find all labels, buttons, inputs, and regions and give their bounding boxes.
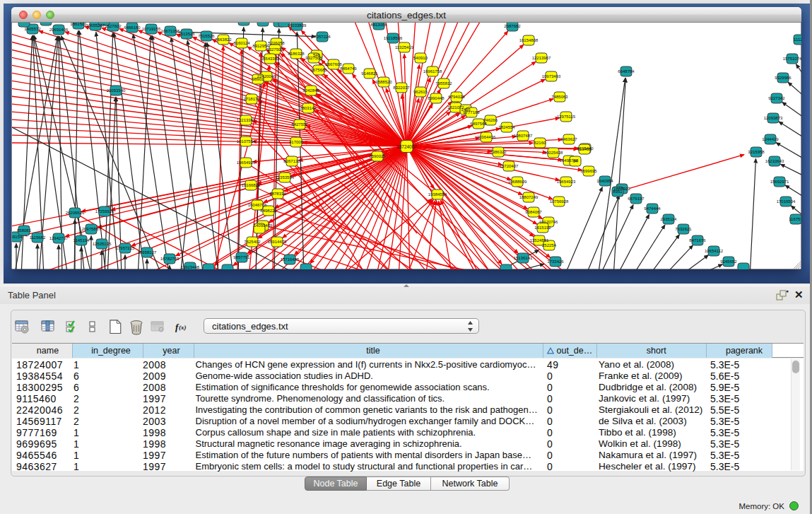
svg-text:858081: 858081	[17, 228, 32, 233]
svg-text:6466160: 6466160	[124, 25, 141, 30]
svg-text:12213967: 12213967	[532, 56, 551, 60]
svg-text:9245652: 9245652	[720, 259, 737, 264]
svg-text:9242848: 9242848	[302, 88, 319, 93]
svg-text:13524851: 13524851	[530, 238, 549, 243]
svg-text:1588520: 1588520	[375, 80, 392, 84]
svg-text:10655267: 10655267	[86, 23, 105, 28]
svg-text:9227342: 9227342	[768, 96, 785, 100]
svg-text:(x): (x)	[179, 324, 187, 331]
svg-text:16782759: 16782759	[160, 257, 180, 261]
svg-text:9329966: 9329966	[775, 76, 792, 80]
svg-text:8878334: 8878334	[269, 192, 286, 196]
svg-text:10654112: 10654112	[705, 249, 724, 253]
svg-text:18724007: 18724007	[396, 144, 417, 149]
svg-text:8322037: 8322037	[393, 86, 410, 90]
svg-text:5226058: 5226058	[268, 41, 285, 45]
svg-text:113400: 113400	[577, 147, 592, 151]
svg-text:15751074: 15751074	[783, 57, 801, 61]
svg-text:89154: 89154	[12, 235, 23, 239]
svg-text:8951: 8951	[613, 189, 623, 194]
svg-text:9327508: 9327508	[305, 56, 322, 60]
svg-text:9084067: 9084067	[525, 210, 542, 214]
svg-text:16961758: 16961758	[423, 69, 442, 74]
svg-text:3215958: 3215958	[748, 150, 765, 154]
svg-text:98901: 98901	[252, 77, 264, 81]
svg-text:11120: 11120	[794, 37, 801, 42]
svg-text:10688609: 10688609	[508, 180, 527, 184]
svg-text:962615: 962615	[413, 90, 428, 94]
svg-text:1527602: 1527602	[105, 24, 122, 28]
svg-text:2087682: 2087682	[504, 24, 521, 28]
svg-text:7513526: 7513526	[178, 32, 195, 36]
svg-text:10107554: 10107554	[237, 139, 256, 144]
svg-text:6794028: 6794028	[448, 95, 465, 99]
svg-text:540910: 540910	[413, 56, 428, 60]
svg-text:16671355: 16671355	[161, 29, 180, 33]
svg-text:9777169: 9777169	[463, 110, 480, 115]
svg-text:8471676: 8471676	[689, 238, 706, 243]
svg-text:1244419: 1244419	[762, 137, 779, 141]
svg-text:11325419: 11325419	[395, 45, 414, 49]
svg-text:20053340: 20053340	[107, 88, 126, 93]
svg-text:8267130: 8267130	[283, 159, 300, 163]
svg-text:8990448: 8990448	[428, 96, 445, 100]
svg-text:17016504: 17016504	[777, 199, 796, 204]
svg-text:6648784: 6648784	[618, 69, 635, 74]
svg-text:18807249: 18807249	[519, 195, 539, 199]
svg-text:15720407: 15720407	[500, 164, 519, 168]
svg-text:10719155: 10719155	[142, 27, 161, 31]
svg-text:1615192: 1615192	[534, 226, 551, 230]
svg-text:9327505: 9327505	[266, 47, 283, 52]
svg-text:10973493: 10973493	[542, 74, 561, 78]
svg-text:15692971: 15692971	[770, 180, 789, 184]
svg-text:7386322: 7386322	[490, 150, 507, 154]
svg-text:62160: 62160	[534, 141, 546, 145]
svg-text:7515526: 7515526	[198, 34, 215, 38]
svg-text:1640954: 1640954	[596, 179, 613, 183]
svg-text:10807487: 10807487	[514, 134, 533, 138]
svg-text:3675685: 3675685	[310, 68, 327, 72]
svg-text:12975115: 12975115	[557, 115, 576, 119]
svg-text:20364436: 20364436	[477, 135, 496, 139]
svg-text:19218506: 19218506	[384, 36, 403, 40]
svg-text:6679197: 6679197	[628, 197, 645, 201]
svg-text:2590025: 2590025	[369, 154, 386, 158]
svg-text:7485063: 7485063	[551, 95, 568, 99]
svg-text:15136141: 15136141	[514, 256, 533, 260]
svg-text:9857791: 9857791	[233, 255, 250, 259]
svg-text:8186328: 8186328	[288, 52, 305, 56]
svg-text:12093873: 12093873	[764, 116, 783, 120]
svg-text:26206526: 26206526	[66, 211, 85, 215]
svg-text:10958107: 10958107	[138, 250, 157, 255]
svg-text:16046766: 16046766	[248, 203, 267, 207]
svg-text:417006: 417006	[289, 140, 304, 144]
svg-text:10756928: 10756928	[550, 199, 569, 204]
svg-text:8498222: 8498222	[260, 209, 277, 213]
svg-text:11923448: 11923448	[181, 265, 200, 269]
svg-text:1405572: 1405572	[24, 27, 41, 31]
svg-text:19654923: 19654923	[557, 180, 576, 184]
svg-text:8160124: 8160124	[233, 41, 250, 45]
svg-text:7955812: 7955812	[435, 81, 452, 86]
svg-text:1861501: 1861501	[70, 23, 87, 26]
svg-text:116753: 116753	[789, 217, 801, 221]
svg-text:2718176: 2718176	[243, 97, 260, 101]
svg-text:17359926: 17359926	[95, 209, 114, 214]
svg-text:7632621: 7632621	[675, 227, 692, 231]
svg-text:17957225: 17957225	[116, 246, 135, 250]
svg-text:16154808: 16154808	[519, 38, 539, 42]
svg-text:19654925: 19654925	[237, 160, 256, 165]
svg-text:1145194: 1145194	[73, 238, 90, 243]
svg-text:10025438: 10025438	[544, 151, 563, 155]
svg-text:7625402: 7625402	[244, 240, 261, 244]
svg-text:6497568: 6497568	[470, 122, 487, 126]
svg-text:16033809: 16033809	[288, 23, 307, 28]
svg-text:14099469: 14099469	[254, 223, 273, 228]
svg-text:9146821: 9146821	[361, 71, 378, 76]
svg-text:16914479: 16914479	[268, 240, 287, 244]
svg-text:12942737: 12942737	[49, 236, 69, 240]
svg-text:10120746: 10120746	[539, 220, 558, 224]
svg-text:20691406: 20691406	[49, 28, 69, 32]
svg-text:1733426: 1733426	[547, 259, 564, 264]
svg-text:16543382: 16543382	[261, 57, 280, 61]
